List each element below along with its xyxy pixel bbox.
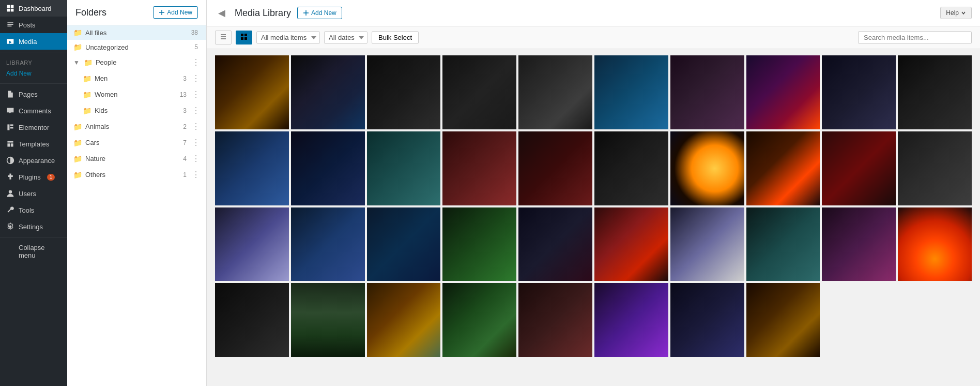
- grid-view-button[interactable]: [236, 31, 252, 44]
- sidebar-item-comments[interactable]: Comments: [0, 102, 67, 119]
- media-item[interactable]: [518, 55, 592, 129]
- media-item[interactable]: [367, 131, 441, 205]
- media-item[interactable]: [291, 55, 365, 129]
- folder-all-files[interactable]: 📁 All files 38: [67, 25, 206, 40]
- sidebar-item-label: Posts: [19, 21, 36, 29]
- media-item[interactable]: [670, 131, 744, 205]
- folder-kids[interactable]: 📁 Kids 3 ⋮: [76, 102, 206, 118]
- collapse-icon: [6, 247, 14, 256]
- sidebar-item-label: Users: [19, 190, 36, 198]
- list-view-icon: [220, 33, 227, 40]
- library-add-new[interactable]: Add New: [0, 68, 67, 81]
- folder-people[interactable]: ▼ 📁 People ⋮: [67, 54, 206, 70]
- media-item[interactable]: [518, 207, 592, 281]
- media-item[interactable]: [291, 207, 365, 281]
- sidebar-item-templates[interactable]: Templates: [0, 136, 67, 152]
- media-item[interactable]: [822, 207, 896, 281]
- help-button[interactable]: Help: [940, 7, 972, 19]
- folder-menu-button[interactable]: ⋮: [192, 73, 200, 83]
- sidebar-collapse-menu[interactable]: Collapse menu: [0, 240, 67, 263]
- folder-nature[interactable]: 📁 Nature 4 ⋮: [67, 151, 206, 167]
- sidebar-item-pages[interactable]: Pages: [0, 86, 67, 102]
- media-item[interactable]: [822, 55, 896, 129]
- folder-count: 4: [183, 155, 187, 162]
- media-item[interactable]: [367, 283, 441, 357]
- media-item[interactable]: [594, 207, 668, 281]
- folder-label: Men: [95, 75, 180, 82]
- media-item[interactable]: [291, 131, 365, 205]
- folder-women[interactable]: 📁 Women 13 ⋮: [76, 86, 206, 102]
- media-item[interactable]: [215, 55, 289, 129]
- media-item[interactable]: [518, 131, 592, 205]
- folder-count: 1: [183, 171, 187, 179]
- media-item[interactable]: [822, 131, 896, 205]
- media-item[interactable]: [518, 283, 592, 357]
- templates-icon: [6, 140, 14, 148]
- sidebar-item-dashboard[interactable]: Dashboard: [0, 0, 67, 17]
- sidebar-item-tools[interactable]: Tools: [0, 202, 67, 218]
- media-type-filter[interactable]: All media items: [256, 31, 320, 44]
- media-item[interactable]: [898, 207, 972, 281]
- sidebar-item-plugins[interactable]: Plugins 1: [0, 169, 67, 185]
- media-item[interactable]: [594, 131, 668, 205]
- folder-menu-button[interactable]: ⋮: [192, 154, 200, 164]
- add-new-label: Add New: [311, 9, 336, 17]
- folder-menu-button[interactable]: ⋮: [192, 57, 200, 67]
- folder-animals[interactable]: 📁 Animals 2 ⋮: [67, 118, 206, 135]
- media-item[interactable]: [746, 55, 820, 129]
- folder-menu-button[interactable]: ⋮: [192, 170, 200, 180]
- media-item[interactable]: [746, 131, 820, 205]
- media-item[interactable]: [670, 283, 744, 357]
- media-item[interactable]: [746, 207, 820, 281]
- folder-men[interactable]: 📁 Men 3 ⋮: [76, 70, 206, 86]
- media-item[interactable]: [898, 55, 972, 129]
- sidebar-item-posts[interactable]: Posts: [0, 17, 67, 33]
- media-item[interactable]: [594, 283, 668, 357]
- sidebar-item-media[interactable]: Media: [0, 33, 67, 50]
- media-item[interactable]: [746, 283, 820, 357]
- folder-label: People: [96, 58, 189, 66]
- folder-cars[interactable]: 📁 Cars 7 ⋮: [67, 135, 206, 151]
- folder-label: Women: [95, 91, 177, 98]
- media-item[interactable]: [594, 55, 668, 129]
- media-item[interactable]: [367, 207, 441, 281]
- media-item[interactable]: [442, 55, 516, 129]
- folder-icon: 📁: [73, 123, 82, 131]
- media-item[interactable]: [898, 131, 972, 205]
- media-item[interactable]: [442, 207, 516, 281]
- media-item[interactable]: [442, 131, 516, 205]
- folder-uncategorized[interactable]: 📁 Uncategorized 5: [67, 40, 206, 54]
- dashboard-icon: [6, 4, 14, 12]
- sidebar-item-appearance[interactable]: Appearance: [0, 152, 67, 169]
- media-item[interactable]: [442, 283, 516, 357]
- plus-icon: [303, 10, 309, 16]
- media-item[interactable]: [291, 283, 365, 357]
- media-item[interactable]: [215, 207, 289, 281]
- list-view-button[interactable]: [215, 31, 232, 44]
- expand-icon[interactable]: ▼: [73, 59, 80, 66]
- media-item[interactable]: [215, 131, 289, 205]
- svg-rect-6: [10, 124, 13, 126]
- folder-menu-button[interactable]: ⋮: [192, 138, 200, 147]
- media-item[interactable]: [215, 283, 289, 357]
- media-date-filter[interactable]: All dates: [324, 31, 368, 44]
- folder-menu-button[interactable]: ⋮: [192, 90, 200, 99]
- folder-others[interactable]: 📁 Others 1 ⋮: [67, 167, 206, 183]
- folder-menu-button[interactable]: ⋮: [192, 106, 200, 115]
- search-input[interactable]: [858, 31, 972, 44]
- sidebar-item-label: Tools: [19, 206, 34, 214]
- bulk-select-button[interactable]: Bulk Select: [372, 31, 419, 44]
- media-item[interactable]: [670, 207, 744, 281]
- folders-add-new-button[interactable]: Add New: [153, 6, 198, 19]
- media-add-new-button[interactable]: Add New: [297, 7, 342, 19]
- sidebar-item-elementor[interactable]: Elementor: [0, 119, 67, 136]
- collapse-folders-button[interactable]: ◀: [215, 6, 228, 20]
- folders-header: Folders Add New: [67, 0, 206, 25]
- folder-label: Animals: [85, 123, 180, 130]
- media-item[interactable]: [670, 55, 744, 129]
- folder-menu-button[interactable]: ⋮: [192, 122, 200, 131]
- media-item[interactable]: [367, 55, 441, 129]
- sidebar-item-settings[interactable]: Settings: [0, 218, 67, 235]
- sidebar-item-users[interactable]: Users: [0, 185, 67, 202]
- sidebar-item-label: Plugins: [19, 173, 41, 181]
